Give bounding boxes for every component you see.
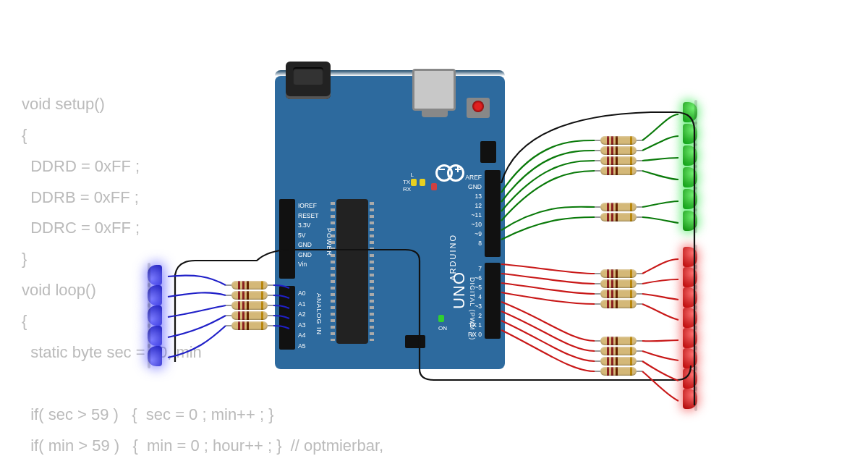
resistor-g3[interactable]: [600, 156, 637, 165]
resistor-r3[interactable]: [600, 290, 637, 298]
led-green-6[interactable]: [683, 211, 697, 231]
led-blue-3[interactable]: [148, 305, 162, 326]
analog-section-label: ANALOG IN: [315, 293, 323, 335]
power-header[interactable]: [279, 199, 295, 279]
led-green-2[interactable]: [683, 124, 697, 144]
resistor-b2[interactable]: [231, 291, 268, 300]
rx-led-icon: [420, 179, 425, 186]
circuit-diagram: AREF GND 13 12 ~11 ~10 ~9 8 7 ~6 ~5 4 ~3…: [0, 0, 868, 456]
pins-analog-labels: A0 A1 A2 A3 A4 A5: [298, 288, 305, 351]
resistor-r4[interactable]: [600, 300, 637, 308]
digital-section-label: DIGITAL (PWM ~): [469, 277, 476, 340]
led-red-6[interactable]: [683, 348, 697, 368]
power-section-label: POWER: [326, 228, 333, 256]
led-green-4[interactable]: [683, 167, 697, 187]
icsp-header: [405, 335, 425, 348]
resistor-r1[interactable]: [600, 269, 637, 278]
led-red-1[interactable]: [683, 247, 697, 267]
led-red-4[interactable]: [683, 308, 697, 328]
tx-led-icon: [411, 179, 417, 186]
l-led-icon: [431, 183, 437, 190]
on-led-icon: [438, 315, 444, 322]
reset-button[interactable]: [467, 98, 490, 118]
resistor-r8[interactable]: [600, 367, 637, 376]
led-blue-4[interactable]: [148, 326, 162, 346]
resistor-r7[interactable]: [600, 357, 637, 366]
on-label: ON: [438, 325, 447, 332]
resistor-b4[interactable]: [231, 311, 268, 320]
led-red-8[interactable]: [683, 389, 697, 409]
arduino-board[interactable]: AREF GND 13 12 ~11 ~10 ~9 8 7 ~6 ~5 4 ~3…: [275, 76, 505, 369]
led-green-1[interactable]: [683, 102, 697, 122]
resistor-g4[interactable]: [600, 166, 637, 175]
led-blue-5[interactable]: [148, 346, 162, 366]
led-red-7[interactable]: [683, 368, 697, 389]
resistor-g2[interactable]: [600, 146, 637, 155]
resistor-r6[interactable]: [600, 347, 637, 355]
resistor-b1[interactable]: [231, 281, 268, 290]
resistor-b3[interactable]: [231, 301, 268, 310]
led-blue-2[interactable]: [148, 285, 162, 305]
led-blue-1[interactable]: [148, 265, 162, 285]
resistor-g6[interactable]: [600, 213, 637, 221]
icsp2-header: [480, 141, 496, 163]
pins-power-labels: IOREF RESET 3.3V 5V GND GND Vin: [298, 201, 318, 270]
led-green-3[interactable]: [683, 145, 697, 166]
led-red-3[interactable]: [683, 287, 697, 308]
resistor-r2[interactable]: [600, 279, 637, 288]
digital-header-bottom[interactable]: [485, 263, 501, 339]
led-red-2[interactable]: [683, 267, 697, 287]
resistor-b5[interactable]: [231, 321, 268, 330]
pins-right-top-labels: AREF GND 13 12 ~11 ~10 ~9 8: [465, 173, 482, 248]
tx-rx-leds: [411, 179, 425, 186]
usb-port: [412, 69, 456, 111]
arduino-logo-icon: [435, 163, 464, 180]
digital-header-top[interactable]: [485, 170, 501, 257]
resistor-r5[interactable]: [600, 337, 637, 345]
led-red-5[interactable]: [683, 328, 697, 348]
resistor-g1[interactable]: [600, 136, 637, 145]
txrx-text: TXRX: [403, 179, 411, 193]
model-label: UNO: [450, 271, 469, 309]
dc-jack: [286, 62, 331, 99]
resistor-g5[interactable]: [600, 203, 637, 211]
analog-header[interactable]: [279, 286, 295, 350]
l-label: L: [411, 172, 414, 178]
mcu-chip: [336, 199, 368, 344]
led-green-5[interactable]: [683, 189, 697, 209]
